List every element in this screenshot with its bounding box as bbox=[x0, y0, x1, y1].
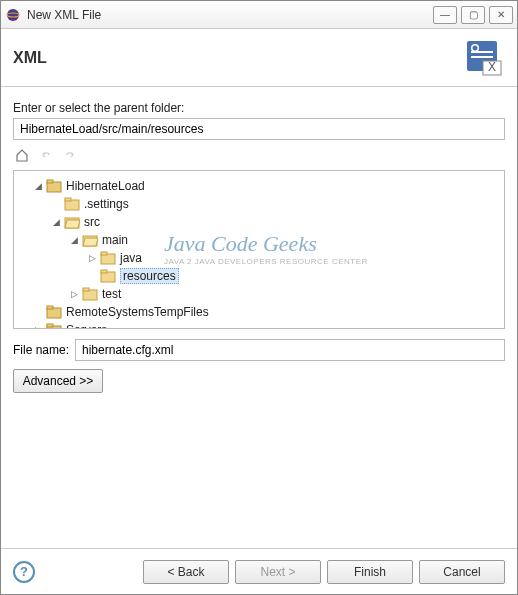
minimize-button[interactable]: — bbox=[433, 6, 457, 24]
folder-open-icon bbox=[64, 215, 80, 229]
chevron-right-icon[interactable]: ▷ bbox=[32, 325, 44, 329]
folder-open-icon bbox=[82, 233, 98, 247]
eclipse-icon bbox=[5, 7, 21, 23]
chevron-down-icon[interactable]: ◢ bbox=[32, 181, 44, 191]
tree-node[interactable]: ◢src bbox=[18, 213, 500, 231]
tree-node[interactable]: ▷java bbox=[18, 249, 500, 267]
chevron-down-icon[interactable]: ◢ bbox=[50, 217, 62, 227]
chevron-right-icon[interactable]: ▷ bbox=[86, 253, 98, 263]
xml-file-icon: X bbox=[463, 37, 505, 79]
svg-point-6 bbox=[473, 45, 478, 50]
svg-text:X: X bbox=[488, 60, 496, 74]
svg-rect-16 bbox=[101, 252, 107, 255]
finish-button[interactable]: Finish bbox=[327, 560, 413, 584]
svg-point-0 bbox=[7, 9, 19, 21]
cancel-button[interactable]: Cancel bbox=[419, 560, 505, 584]
filename-input[interactable] bbox=[75, 339, 505, 361]
tree-node[interactable]: RemoteSystemsTempFiles bbox=[18, 303, 500, 321]
svg-rect-4 bbox=[471, 56, 493, 58]
svg-rect-24 bbox=[47, 324, 53, 327]
next-button: Next > bbox=[235, 560, 321, 584]
project-icon bbox=[46, 305, 62, 319]
tree-node[interactable]: ▷test bbox=[18, 285, 500, 303]
parent-folder-input[interactable] bbox=[13, 118, 505, 140]
folder-icon bbox=[82, 287, 98, 301]
maximize-button[interactable]: ▢ bbox=[461, 6, 485, 24]
folder-icon bbox=[100, 269, 116, 283]
svg-rect-20 bbox=[83, 288, 89, 291]
tree-node[interactable]: ◢main bbox=[18, 231, 500, 249]
advanced-button[interactable]: Advanced >> bbox=[13, 369, 103, 393]
button-bar: ? < Back Next > Finish Cancel bbox=[1, 548, 517, 594]
svg-rect-22 bbox=[47, 306, 53, 309]
project-icon bbox=[46, 179, 62, 193]
titlebar: New XML File — ▢ ✕ bbox=[1, 1, 517, 29]
folder-icon bbox=[100, 251, 116, 265]
back-history-icon bbox=[37, 146, 55, 164]
tree-node-project[interactable]: ◢HibernateLoad bbox=[18, 177, 500, 195]
tree-node[interactable]: ▷Servers bbox=[18, 321, 500, 329]
parent-folder-label: Enter or select the parent folder: bbox=[13, 101, 505, 115]
svg-rect-18 bbox=[101, 270, 107, 273]
wizard-banner: XML X bbox=[1, 29, 517, 87]
page-title: XML bbox=[13, 49, 463, 67]
folder-tree[interactable]: ◢HibernateLoad .settings ◢src ◢main ▷jav… bbox=[13, 170, 505, 329]
chevron-down-icon[interactable]: ◢ bbox=[68, 235, 80, 245]
tree-node[interactable]: .settings bbox=[18, 195, 500, 213]
forward-history-icon bbox=[61, 146, 79, 164]
home-icon[interactable] bbox=[13, 146, 31, 164]
help-icon[interactable]: ? bbox=[13, 561, 35, 583]
chevron-right-icon[interactable]: ▷ bbox=[68, 289, 80, 299]
svg-rect-12 bbox=[65, 198, 71, 201]
filename-label: File name: bbox=[13, 343, 69, 357]
project-icon bbox=[46, 323, 62, 329]
svg-rect-10 bbox=[47, 180, 53, 183]
tree-node-selected[interactable]: resources bbox=[18, 267, 500, 285]
close-button[interactable]: ✕ bbox=[489, 6, 513, 24]
window-title: New XML File bbox=[27, 8, 433, 22]
folder-icon bbox=[64, 197, 80, 211]
back-button[interactable]: < Back bbox=[143, 560, 229, 584]
